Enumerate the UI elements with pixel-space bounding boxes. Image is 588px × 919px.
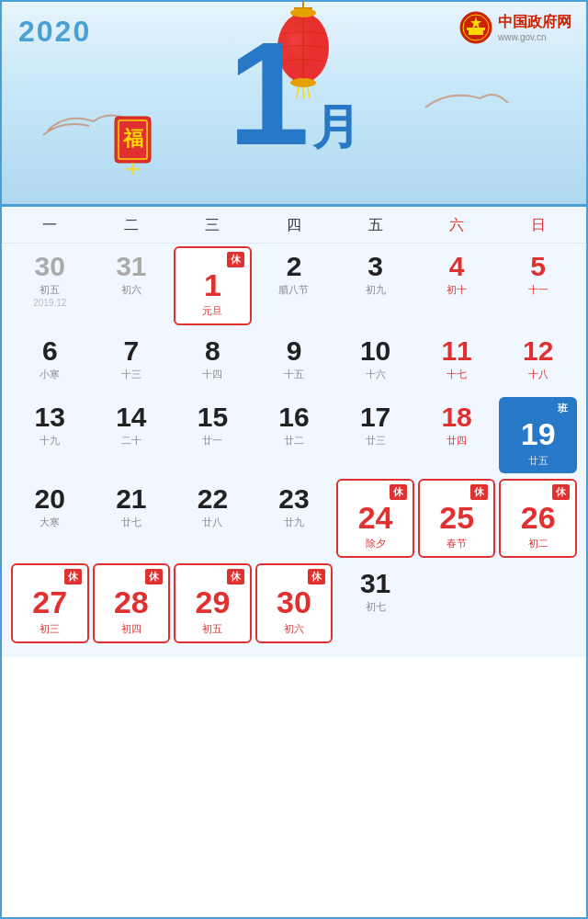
day-lunar: 十八 bbox=[528, 368, 548, 381]
day-number: 14 bbox=[116, 402, 146, 432]
weekday-thu: 四 bbox=[254, 216, 335, 235]
day-cell-6: 6 小寒 bbox=[9, 328, 91, 394]
day-cell-24: 休 24 除夕 bbox=[336, 479, 414, 558]
day-lunar: 廿八 bbox=[202, 516, 222, 529]
day-lunar: 十一 bbox=[528, 283, 548, 297]
day-lunar: 小寒 bbox=[40, 368, 60, 381]
day-number: 22 bbox=[198, 483, 228, 514]
gov-text: 中国政府网 www.gov.cn bbox=[498, 13, 571, 42]
day-lunar: 初五 bbox=[40, 283, 60, 297]
day-lunar: 初六 bbox=[284, 622, 304, 636]
weekday-fri: 五 bbox=[334, 216, 416, 235]
day-number: 4 bbox=[449, 251, 465, 281]
day-lunar: 初九 bbox=[366, 283, 386, 297]
weekday-wed: 三 bbox=[172, 216, 254, 235]
day-number: 15 bbox=[198, 402, 228, 432]
gov-logo: 中国政府网 www.gov.cn bbox=[459, 11, 571, 44]
day-cell-13: 13 十九 bbox=[9, 394, 91, 475]
day-cell-4: 4 初十 bbox=[416, 244, 498, 328]
day-cell-empty-2 bbox=[497, 561, 579, 645]
day-number: 5 bbox=[530, 251, 546, 281]
holiday-badge: 休 bbox=[390, 484, 407, 500]
holiday-badge: 休 bbox=[308, 569, 325, 584]
day-number: 27 bbox=[32, 585, 67, 619]
day-lunar: 初五 bbox=[202, 622, 222, 636]
day-lunar: 初七 bbox=[366, 600, 386, 614]
day-cell-15: 15 廿一 bbox=[172, 394, 254, 475]
day-cell-11: 11 十七 bbox=[416, 328, 498, 394]
holiday-badge: 休 bbox=[552, 484, 570, 500]
year-logo: 2020 bbox=[18, 15, 91, 49]
calendar-grid: 30 初五 2019.12 31 初六 休 1 元旦 2 腊八节 3 初九 4 … bbox=[2, 244, 586, 657]
svg-text:福: 福 bbox=[122, 127, 143, 150]
day-number: 16 bbox=[278, 402, 309, 432]
day-number: 31 bbox=[360, 568, 390, 598]
day-lunar: 廿三 bbox=[366, 434, 386, 448]
day-number: 26 bbox=[521, 501, 556, 535]
cloud-right-icon bbox=[421, 85, 513, 117]
day-lunar: 二十 bbox=[121, 434, 141, 448]
day-cell-prev-30: 30 初五 2019.12 bbox=[9, 244, 91, 328]
day-cell-empty-1 bbox=[416, 561, 498, 645]
holiday-badge: 休 bbox=[470, 484, 488, 500]
week-header: 一 二 三 四 五 六 日 bbox=[2, 207, 586, 244]
day-cell-9: 9 十五 bbox=[254, 328, 335, 394]
day-lunar: 廿七 bbox=[121, 516, 141, 529]
fu-tag: 福 bbox=[107, 112, 158, 180]
day-cell-21: 21 廿七 bbox=[91, 476, 173, 561]
day-number: 20 bbox=[35, 483, 65, 514]
weekday-sun: 日 bbox=[497, 216, 579, 235]
day-cell-2: 2 腊八节 bbox=[254, 244, 335, 328]
gov-emblem-icon bbox=[459, 11, 492, 44]
day-lunar: 初六 bbox=[121, 283, 141, 297]
weekday-sat: 六 bbox=[416, 216, 498, 235]
month-number: 1 bbox=[228, 20, 305, 167]
day-lunar: 初三 bbox=[40, 622, 60, 636]
day-cell-27: 休 27 初三 bbox=[11, 563, 89, 642]
day-lunar: 廿四 bbox=[447, 434, 467, 448]
day-lunar: 除夕 bbox=[366, 537, 386, 550]
day-cell-7: 7 十三 bbox=[91, 328, 173, 394]
day-lunar: 廿五 bbox=[528, 454, 548, 468]
day-lunar: 廿九 bbox=[284, 516, 304, 529]
day-number: 24 bbox=[358, 501, 393, 535]
holiday-badge: 休 bbox=[227, 569, 244, 584]
day-number: 30 bbox=[277, 585, 311, 619]
day-number: 25 bbox=[439, 501, 474, 535]
calendar-header: 2020 中国政府网 www.gov.cn 福 bbox=[2, 2, 586, 204]
day-cell-prev-31: 31 初六 bbox=[91, 244, 173, 328]
work-badge: 班 bbox=[554, 401, 571, 416]
day-lunar: 初四 bbox=[121, 622, 141, 636]
day-number: 8 bbox=[205, 335, 220, 366]
day-cell-17: 17 廿三 bbox=[334, 394, 416, 475]
day-lunar: 廿二 bbox=[284, 434, 304, 448]
day-lunar: 十九 bbox=[40, 434, 60, 448]
day-number: 3 bbox=[368, 251, 383, 281]
day-cell-20: 20 大寒 bbox=[9, 476, 91, 561]
day-number: 13 bbox=[35, 402, 65, 432]
day-lunar: 大寒 bbox=[40, 516, 60, 529]
day-cell-16: 16 廿二 bbox=[254, 394, 335, 475]
day-cell-26: 休 26 初二 bbox=[499, 479, 577, 558]
day-number: 30 bbox=[35, 251, 65, 281]
day-cell-5: 5 十一 bbox=[497, 244, 579, 328]
day-cell-22: 22 廿八 bbox=[172, 476, 254, 561]
day-number: 28 bbox=[114, 585, 149, 619]
day-number: 19 bbox=[521, 417, 556, 451]
day-number: 11 bbox=[441, 335, 471, 366]
day-number: 1 bbox=[204, 268, 221, 302]
day-cell-10: 10 十六 bbox=[334, 328, 416, 394]
weekday-mon: 一 bbox=[9, 216, 91, 235]
day-lunar: 十五 bbox=[284, 368, 304, 381]
holiday-badge: 休 bbox=[145, 569, 163, 584]
holiday-badge: 休 bbox=[64, 569, 82, 584]
day-cell-8: 8 十四 bbox=[172, 328, 254, 394]
day-cell-23: 23 廿九 bbox=[254, 476, 335, 561]
day-number: 31 bbox=[116, 251, 146, 281]
svg-rect-3 bbox=[467, 28, 485, 30]
day-cell-12: 12 十八 bbox=[497, 328, 579, 394]
day-cell-29: 休 29 初五 bbox=[174, 563, 252, 642]
day-lunar: 十三 bbox=[121, 368, 141, 381]
day-cell-3: 3 初九 bbox=[334, 244, 416, 328]
calendar-section: 一 二 三 四 五 六 日 30 初五 2019.12 31 初六 休 1 元旦… bbox=[2, 207, 586, 657]
